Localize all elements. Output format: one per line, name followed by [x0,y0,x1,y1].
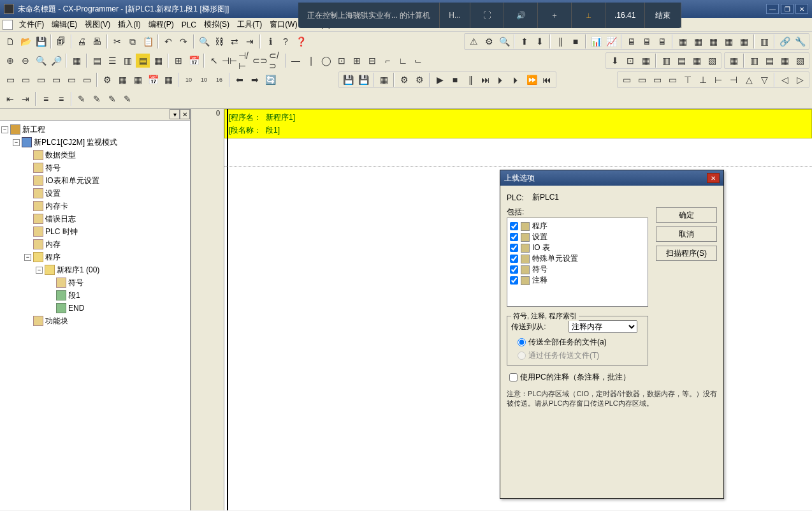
tree-plcclock[interactable]: PLC 时钟 [1,225,189,238]
r3n-icon[interactable]: 🔄 [263,73,277,87]
tb-h-icon[interactable]: 🔧 [793,34,807,48]
r3-10a-icon[interactable]: 10 [182,73,196,87]
tree-datatypes[interactable]: 数据类型 [1,149,189,161]
mon1-icon[interactable]: 🖥 [625,34,639,48]
zoom-100-icon[interactable]: 🔎 [49,54,63,68]
tree-memory[interactable]: 内存 [1,238,189,251]
find-icon[interactable]: 🔍 [197,34,211,48]
zoom-fit-icon[interactable]: 🔍 [34,54,48,68]
redo-icon[interactable]: ↷ [177,34,191,48]
g4e-icon[interactable]: ⊤ [681,73,695,87]
sim1-icon[interactable]: 💾 [341,73,355,87]
save-icon[interactable]: 💾 [34,34,48,48]
sim5-icon[interactable]: ⚙ [412,73,426,87]
r3e-icon[interactable]: ▭ [64,73,78,87]
tree-root[interactable]: −新工程 [1,123,189,136]
g2b-icon[interactable]: ⊡ [623,54,637,68]
func5-icon[interactable]: ⌐ [381,54,395,68]
r3j-icon[interactable]: 📅 [146,73,160,87]
view2-icon[interactable]: ▤ [90,54,104,68]
e3-icon[interactable]: ✎ [105,92,119,106]
transfer-select[interactable]: 注释内存 [569,320,637,333]
coil-icon[interactable]: ⊂⊃ [253,54,267,68]
e4-icon[interactable]: ✎ [120,92,134,106]
e1-icon[interactable]: ✎ [75,92,89,106]
tree-memcard[interactable]: 内存卡 [1,200,189,212]
contact-no-icon[interactable]: ⊣⊢ [222,54,236,68]
tree-settings[interactable]: 设置 [1,187,189,200]
coil2-icon[interactable]: ⊂/⊃ [268,54,282,68]
chart1-icon[interactable]: 📊 [589,34,603,48]
tree-errorlog[interactable]: 错误日志 [1,212,189,225]
menu-insert[interactable]: 插入(I) [114,18,144,31]
view1-icon[interactable]: ▦ [69,54,83,68]
end-session-button[interactable]: 结束 [645,3,681,28]
pin-icon[interactable]: ⟂ [581,8,596,23]
tree-p-symbols[interactable]: 符号 [1,276,189,289]
view4-icon[interactable]: ▥ [120,54,134,68]
tree-end[interactable]: END [1,302,189,315]
xref-icon[interactable]: ⇄ [228,34,242,48]
g4b-icon[interactable]: ▭ [635,73,649,87]
tb-a-icon[interactable]: ▦ [676,34,690,48]
chk-special[interactable] [510,255,518,263]
undo-icon[interactable]: ↶ [161,34,175,48]
copy-icon[interactable]: ⧉ [126,34,140,48]
e2-icon[interactable]: ✎ [90,92,104,106]
step1-icon[interactable]: ⏵ [494,73,508,87]
info-icon[interactable]: ℹ [263,34,277,48]
cal-icon[interactable]: 📅 [187,54,201,68]
g3b-icon[interactable]: ▥ [747,54,761,68]
chk-settings[interactable] [510,233,518,241]
fullscreen-icon[interactable]: ⛶ [479,8,495,23]
r3m-icon[interactable]: ➡ [248,73,262,87]
download-icon[interactable]: ⬇ [533,34,547,48]
g2c-icon[interactable]: ▦ [639,54,653,68]
r3d-icon[interactable]: ▭ [49,73,63,87]
view6-icon[interactable]: ▦ [151,54,165,68]
tree-plc[interactable]: −新PLC1[CJ2M] 监视模式 [1,136,189,149]
tree-close-icon[interactable]: ✕ [180,109,190,119]
mon2-icon[interactable]: 🖥 [640,34,654,48]
minimize-button[interactable]: — [766,4,779,14]
menu-tools[interactable]: 工具(T) [233,18,266,31]
g4d-icon[interactable]: ▭ [665,73,679,87]
replace-icon[interactable]: ⛓ [212,34,226,48]
g3c-icon[interactable]: ▤ [762,54,776,68]
radio-all-tasks[interactable] [518,338,526,346]
tb-c-icon[interactable]: ▦ [706,34,720,48]
g3a-icon[interactable]: ▦ [727,54,741,68]
hline-icon[interactable]: — [289,54,303,68]
cancel-button[interactable]: 取消 [656,226,717,242]
g2g-icon[interactable]: ▧ [705,54,719,68]
g2f-icon[interactable]: ▦ [690,54,704,68]
ok-button[interactable]: 确定 [656,207,717,223]
next-step-icon[interactable]: ⏭ [479,73,493,87]
zoom-out-icon[interactable]: ⊖ [18,54,33,68]
g2e-icon[interactable]: ▤ [674,54,688,68]
sim2-icon[interactable]: 💾 [356,73,370,87]
dialog-close-icon[interactable]: ✕ [707,173,720,183]
cut-icon[interactable]: ✂ [110,34,124,48]
chk-iotable[interactable] [510,244,518,252]
stop2-icon[interactable]: ■ [569,34,583,48]
help-icon[interactable]: ? [279,34,293,48]
tree-symbols[interactable]: 符号 [1,161,189,174]
tree-iotable[interactable]: IO表和单元设置 [1,174,189,187]
play-icon[interactable]: ▶ [433,73,447,87]
zoom-in-icon[interactable]: ⊕ [3,54,17,68]
r3-10b-icon[interactable]: 10 [197,73,211,87]
r3b-icon[interactable]: ▭ [18,73,33,87]
tb-e-icon[interactable]: ▦ [737,34,751,48]
chk-program[interactable] [510,222,518,230]
mon3-icon[interactable]: 🖥 [655,34,669,48]
func-icon[interactable]: ◯ [319,54,333,68]
sim3-icon[interactable]: ▦ [377,73,391,87]
contact-nc-icon[interactable]: ⊣/⊢ [238,54,252,68]
g4h-icon[interactable]: ⊣ [727,73,741,87]
tb-b-icon[interactable]: ▦ [691,34,705,48]
upload-icon[interactable]: ⬆ [518,34,532,48]
open-icon[interactable]: 📂 [18,34,33,48]
g2a-icon[interactable]: ⬇ [608,54,622,68]
tb-d-icon[interactable]: ▦ [721,34,736,48]
